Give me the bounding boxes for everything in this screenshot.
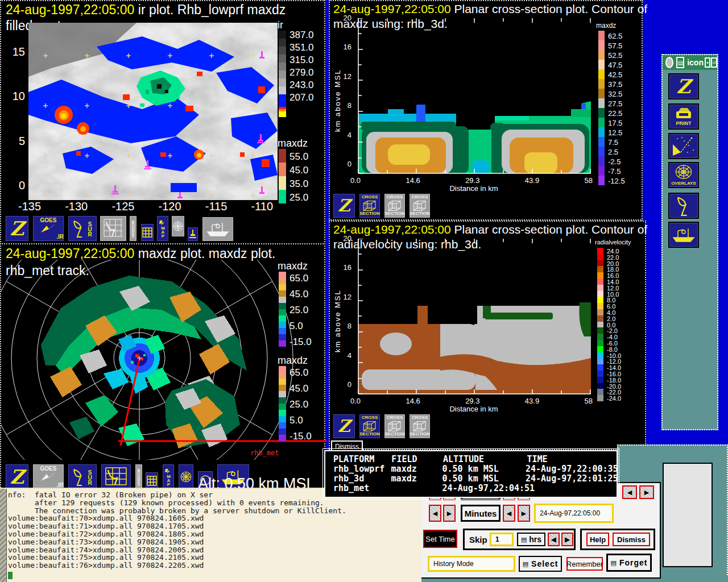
background-panel bbox=[663, 463, 713, 567]
axis-tick: 15 bbox=[6, 45, 25, 59]
map-button[interactable]: MAP bbox=[162, 463, 175, 490]
goes-label: GOES bbox=[40, 217, 57, 223]
radar-grid-button[interactable] bbox=[99, 215, 127, 242]
table-cell: rhb_3d bbox=[333, 474, 391, 484]
rings-overlay-button[interactable] bbox=[171, 215, 185, 238]
colorbar-tick: 35.0 bbox=[289, 178, 308, 190]
terminal-scrollbar[interactable] bbox=[0, 489, 7, 582]
table-cell: TIME bbox=[527, 455, 617, 464]
map-label: MAP bbox=[160, 226, 165, 238]
surface-radar-button[interactable]: SUR bbox=[67, 215, 98, 242]
axis-tick: -130 bbox=[65, 200, 88, 213]
satellite-dish-icon bbox=[40, 223, 57, 234]
minutes-label: Minutes bbox=[461, 505, 500, 522]
axis-tick: 20 bbox=[341, 234, 351, 243]
skip-value-field[interactable]: 1 bbox=[490, 533, 514, 546]
zebra-menu-button[interactable]: Z bbox=[5, 463, 30, 490]
step-forward-button[interactable]: ▶ bbox=[639, 485, 654, 499]
step-back-button[interactable]: ◀ bbox=[622, 485, 637, 499]
hrs-menu-button[interactable]: ▤hrs bbox=[517, 533, 545, 546]
axis-tick: 0.0 bbox=[350, 176, 361, 185]
icon-window-title: icon bbox=[687, 58, 704, 67]
buoy-icon bbox=[189, 229, 197, 239]
cross-section-button-active[interactable]: CROSS SECTION bbox=[358, 193, 381, 219]
zebra-menu-button[interactable]: Z bbox=[332, 193, 356, 219]
history-mode-field[interactable]: History Mode bbox=[428, 556, 515, 572]
terminal-window[interactable]: nfo: fatal IO error 32 (Broken pipe) on … bbox=[0, 488, 421, 582]
skip-back-button[interactable]: ◀ bbox=[548, 533, 560, 546]
remember-button[interactable]: Remember bbox=[566, 557, 603, 571]
menu-icon: ▤ bbox=[523, 560, 529, 568]
minutes-forward-button[interactable]: ▶ bbox=[443, 505, 456, 522]
print-button[interactable]: PRINT bbox=[668, 103, 699, 130]
goes-ir-button[interactable]: GOES .IR bbox=[32, 215, 65, 242]
time-input-field[interactable]: 24-Aug-97,22:05:00 bbox=[534, 504, 614, 523]
window-maximize-button[interactable]: ⏎ bbox=[711, 57, 717, 68]
overlays-button[interactable]: OVERLAYS bbox=[668, 162, 699, 188]
buoy-button[interactable] bbox=[187, 226, 199, 242]
colorbar-swatches bbox=[279, 149, 286, 203]
terminal-line: volume:beaufait:74>xdump.all 970824.2005… bbox=[8, 546, 420, 554]
colorbar-tick: 45.0 bbox=[289, 383, 308, 394]
goes-ir-button[interactable]: GOES .IR bbox=[32, 463, 65, 490]
select-menu-button[interactable]: ▤Select bbox=[519, 556, 562, 572]
lightning-icon bbox=[159, 220, 167, 226]
forget-button[interactable]: ▤Forget bbox=[606, 554, 652, 572]
help-button[interactable]: Help bbox=[586, 533, 609, 546]
axis-tick: 12 bbox=[341, 72, 351, 81]
minutes-back-button[interactable]: ◀ bbox=[429, 505, 441, 522]
colorbar-swatches bbox=[598, 31, 605, 185]
xsect-radial-plot bbox=[355, 239, 593, 397]
dismiss-button[interactable]: Dismiss bbox=[613, 533, 650, 546]
section-label: SECTION bbox=[384, 432, 405, 437]
axis-tick: 58 bbox=[585, 397, 593, 405]
cross-section-button[interactable]: CROSS SECTION bbox=[383, 413, 406, 439]
satellite-button[interactable] bbox=[668, 133, 699, 159]
skip-forward-button[interactable]: ▶ bbox=[561, 533, 573, 546]
overlays-label: OVERLAYS bbox=[671, 181, 696, 186]
zebra-logo-icon: Z bbox=[10, 467, 24, 487]
ship-main-button[interactable] bbox=[668, 222, 699, 248]
right-arrow-icon: ▶ bbox=[644, 489, 649, 496]
colorbar-tick: 32.5 bbox=[608, 90, 622, 98]
left-arrow-icon: ◀ bbox=[507, 510, 511, 517]
radar-dish-icon bbox=[676, 195, 692, 217]
zebra-menu-button[interactable]: Z bbox=[332, 413, 356, 439]
xsect-radial-colorbar: radialvelocity24.022.020.018.016.014.012… bbox=[595, 239, 644, 409]
zebra-menu-button[interactable]: Z bbox=[5, 215, 30, 242]
title-text: ir plot. Rhb_lowprf maxdz bbox=[134, 2, 286, 17]
sur-label: SUR bbox=[87, 221, 93, 236]
colorbar-tick: 7.5 bbox=[608, 138, 618, 147]
zebra-main-button[interactable]: Z bbox=[668, 73, 699, 99]
bounds-button[interactable]: BOUNDS bbox=[129, 215, 138, 242]
range-rings-icon bbox=[180, 471, 192, 483]
cross-section-button[interactable]: CROSS SECTION bbox=[408, 193, 431, 219]
minutes-forward-button[interactable]: ▶ bbox=[518, 505, 530, 522]
radar-dish-icon bbox=[73, 219, 85, 238]
colorbar-tick: 5.0 bbox=[289, 321, 303, 332]
x-axis-label: Distance in km bbox=[355, 405, 593, 413]
icon-window-titlebar: ▤ icon • ⏎ bbox=[663, 55, 717, 70]
grid-button[interactable] bbox=[140, 223, 155, 242]
cross-section-button[interactable]: CROSS SECTION bbox=[408, 413, 431, 439]
set-time-button[interactable]: Set Time bbox=[423, 530, 457, 548]
zebra-logo-icon: Z bbox=[338, 418, 350, 435]
colorbar-tick: 45.0 bbox=[289, 165, 308, 176]
colorbar-tick: 25.0 bbox=[289, 192, 308, 203]
cross-section-button-active[interactable]: CROSS SECTION bbox=[358, 413, 381, 439]
radar-dish-button[interactable] bbox=[668, 193, 699, 219]
ship-button[interactable] bbox=[201, 216, 234, 242]
window-iconify-button[interactable]: ▤ bbox=[676, 57, 684, 68]
window-restore-button[interactable]: • bbox=[705, 57, 710, 68]
rings-overlay-button[interactable] bbox=[177, 463, 195, 490]
surface-radar-button[interactable]: SUR bbox=[67, 463, 98, 490]
window-menu-button[interactable] bbox=[665, 57, 673, 68]
cross-section-button[interactable]: CROSS SECTION bbox=[383, 193, 406, 219]
colorbar-tick: -2.5 bbox=[608, 157, 621, 166]
axis-tick: 14.6 bbox=[406, 176, 420, 185]
map-button[interactable]: MAP bbox=[156, 215, 169, 242]
minutes-back-button[interactable]: ◀ bbox=[503, 505, 515, 522]
terminal-line: volume:beaufait:72>xdump.all 970824.1805… bbox=[8, 530, 420, 538]
radar-grid-button[interactable] bbox=[100, 463, 132, 490]
bounds-button[interactable]: BOUNDS bbox=[134, 463, 143, 490]
